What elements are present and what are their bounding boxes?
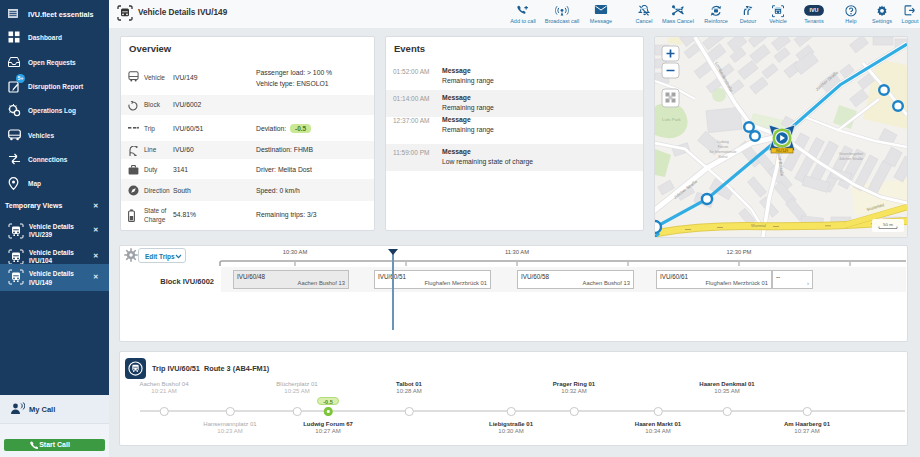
svg-text:Gewerbegebiet: Gewerbegebiet [839, 152, 863, 156]
svg-text:Kunst: Kunst [718, 155, 727, 159]
svg-text:50 m: 50 m [883, 222, 893, 227]
svg-text:IVU/149: IVU/149 [776, 149, 788, 153]
svg-text:für Internationale: für Internationale [710, 150, 737, 154]
svg-text:Jülicher Straße: Jülicher Straße [839, 157, 863, 161]
svg-text:Ludwig: Ludwig [717, 140, 728, 144]
svg-text:Lufo Park: Lufo Park [662, 117, 682, 122]
svg-text:Wurmtal: Wurmtal [751, 223, 766, 228]
svg-text:Forum: Forum [718, 145, 728, 149]
